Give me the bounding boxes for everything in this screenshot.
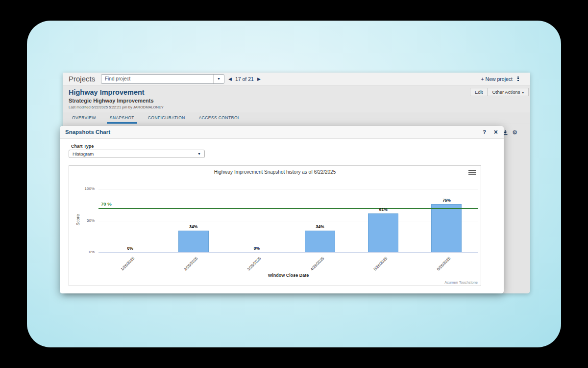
gridline (98, 221, 478, 221)
tab-configuration[interactable]: CONFIGURATION (141, 112, 192, 124)
edit-button[interactable]: Edit (470, 88, 487, 96)
tab-access-control[interactable]: ACCESS CONTROL (192, 112, 247, 124)
find-project-placeholder: Find project (105, 75, 130, 83)
bar-value-label: 34% (179, 224, 208, 229)
project-header: Highway Improvement Strategic Highway Im… (63, 85, 530, 112)
background-panel: Projects Find project ▼ ◀ 17 of 21 ▶ + N… (27, 21, 561, 347)
tab-overview[interactable]: OVERVIEW (65, 112, 103, 124)
find-project-input[interactable]: Find project ▼ (101, 74, 224, 84)
chart-type-label: Chart Type (71, 144, 94, 149)
modal-header: Snapshots Chart ? × (60, 126, 504, 139)
x-axis-title: Window Close Date (98, 273, 478, 278)
pager-position: 17 of 21 (235, 73, 254, 85)
close-icon[interactable]: × (494, 126, 498, 138)
chevron-down-icon[interactable]: ▼ (213, 75, 224, 83)
y-tick-label: 0% (75, 250, 95, 254)
tab-bar: OVERVIEW SNAPSHOT CONFIGURATION ACCESS C… (63, 112, 530, 124)
chart-title: Highway Improvement Snapshot history as … (69, 169, 481, 175)
threshold-line (98, 208, 478, 209)
list-view-icon[interactable] (517, 77, 525, 82)
bar-value-label: 34% (305, 224, 335, 229)
bar[interactable] (305, 231, 335, 252)
app-title: Projects (69, 73, 95, 85)
project-pager: ◀ 17 of 21 ▶ (228, 73, 261, 85)
snapshot-histogram-chart: Highway Improvement Snapshot history as … (69, 165, 481, 286)
next-project-button[interactable]: ▶ (257, 73, 261, 85)
last-modified-text: Last modified 6/22/2025 5:22:21 pm by JA… (69, 105, 164, 109)
toolbar-right: + New project (481, 73, 525, 85)
top-toolbar: Projects Find project ▼ ◀ 17 of 21 ▶ + N… (63, 73, 530, 85)
desktop-background: Projects Find project ▼ ◀ 17 of 21 ▶ + N… (0, 0, 588, 368)
bar-value-label: 0% (116, 246, 145, 251)
project-actions: Edit Other Actions▾ (470, 88, 529, 96)
other-actions-button[interactable]: Other Actions▾ (488, 88, 528, 96)
y-tick-label: 100% (75, 186, 95, 191)
snapshot-page-icons: ⚙ (502, 130, 517, 135)
help-icon[interactable]: ? (483, 126, 486, 138)
bar[interactable] (431, 204, 462, 252)
gridline (98, 189, 478, 189)
new-project-button[interactable]: + New project (481, 73, 513, 85)
bar[interactable] (368, 213, 398, 252)
threshold-label: 70 % (101, 201, 112, 207)
modal-title: Snapshots Chart (65, 126, 110, 138)
bar-value-label: 0% (242, 246, 271, 251)
gear-icon[interactable]: ⚙ (512, 130, 517, 135)
bar[interactable] (178, 231, 209, 252)
bar-value-label: 76% (432, 198, 461, 203)
chart-menu-icon[interactable] (468, 170, 476, 176)
project-subtitle: Strategic Highway Improvements (69, 98, 154, 104)
prev-project-button[interactable]: ◀ (228, 73, 232, 85)
snapshots-chart-modal: Snapshots Chart ? × Chart Type Histogram… (60, 126, 504, 293)
bar-value-label: 61% (368, 207, 398, 212)
x-axis-line (98, 252, 478, 253)
chart-credit: Acumen Touchstone (444, 280, 478, 285)
chart-type-value: Histogram (73, 150, 94, 158)
chevron-down-icon: ▾ (522, 91, 524, 94)
chevron-down-icon: ▼ (197, 150, 201, 158)
chart-type-select[interactable]: Histogram ▼ (69, 150, 205, 158)
project-title: Highway Improvement (69, 88, 145, 96)
tab-snapshot[interactable]: SNAPSHOT (103, 112, 141, 124)
y-tick-label: 50% (75, 218, 95, 223)
